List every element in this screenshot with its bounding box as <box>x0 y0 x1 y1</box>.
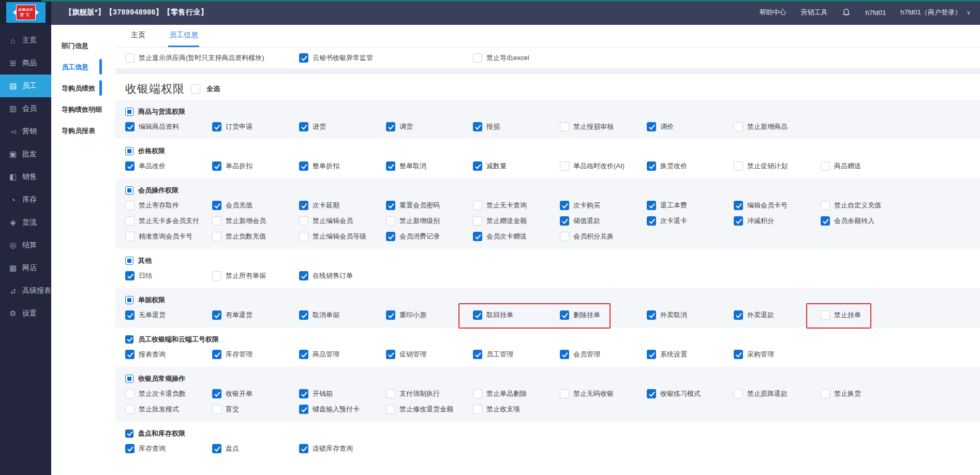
checkbox[interactable] <box>125 201 135 210</box>
permission-checkbox[interactable]: 键盘输入预付卡 <box>299 405 386 414</box>
checkbox[interactable] <box>386 389 395 398</box>
checkbox[interactable] <box>560 310 569 320</box>
checkbox[interactable] <box>734 310 743 320</box>
checkbox[interactable] <box>299 405 308 414</box>
checkbox[interactable] <box>125 161 135 171</box>
permission-checkbox[interactable]: 禁止新增级别 <box>386 216 473 226</box>
permission-checkbox[interactable]: 禁止新增商品 <box>734 122 821 131</box>
checkbox[interactable] <box>647 201 656 210</box>
permission-checkbox[interactable]: 单品改价 <box>125 161 212 171</box>
checkbox[interactable] <box>125 389 135 398</box>
checkbox[interactable] <box>473 389 482 398</box>
permission-checkbox[interactable]: 禁止批发模式 <box>125 405 212 414</box>
checkbox[interactable] <box>125 232 135 241</box>
checkbox[interactable] <box>125 122 135 131</box>
permission-checkbox[interactable]: 禁止挂单 <box>821 310 908 320</box>
sidebar-item-member[interactable]: ▥会员 <box>0 97 51 120</box>
checkbox[interactable] <box>473 122 482 131</box>
sidebar-item-goods[interactable]: ⊞商品 <box>0 52 51 75</box>
checkbox[interactable] <box>473 216 482 226</box>
permission-checkbox[interactable]: 有单退货 <box>212 310 299 320</box>
checkbox[interactable] <box>647 122 656 131</box>
permission-checkbox[interactable]: 连锁库存查询 <box>299 444 386 453</box>
checkbox[interactable] <box>647 389 656 398</box>
permission-checkbox[interactable]: 系统设置 <box>647 350 734 359</box>
permission-checkbox[interactable]: 禁止无卡查询 <box>473 201 560 210</box>
checkbox[interactable] <box>560 122 569 131</box>
checkbox[interactable] <box>212 161 221 171</box>
checkbox[interactable] <box>125 405 135 414</box>
marketing-tools-link[interactable]: 营销工具 <box>800 8 827 17</box>
account-menu[interactable]: h7fd01（商户登录） <box>900 8 961 17</box>
permission-checkbox[interactable]: 调货 <box>386 122 473 131</box>
checkbox[interactable] <box>125 310 135 320</box>
section-checkbox[interactable] <box>125 296 133 304</box>
checkbox[interactable] <box>386 201 395 210</box>
permission-checkbox[interactable]: 取回挂单 <box>473 310 560 320</box>
permission-checkbox[interactable]: 支付强制执行 <box>386 389 473 398</box>
checkbox[interactable] <box>299 232 308 241</box>
permission-checkbox[interactable]: 禁止编辑会员 <box>299 216 386 226</box>
checkbox[interactable] <box>212 310 221 320</box>
sidebar-item-settings-gear[interactable]: ⚙设置 <box>0 302 51 325</box>
permission-checkbox[interactable]: 促销管理 <box>386 350 473 359</box>
permission-checkbox[interactable]: 商品管理 <box>299 350 386 359</box>
permission-checkbox[interactable]: 取消单据 <box>299 310 386 320</box>
checkbox[interactable] <box>212 350 221 359</box>
checkbox[interactable] <box>386 232 395 241</box>
permission-checkbox[interactable]: 收银开单 <box>212 389 299 398</box>
section-checkbox[interactable] <box>125 108 133 116</box>
permission-checkbox[interactable]: 次卡退卡 <box>647 216 734 226</box>
permission-checkbox[interactable]: 商品赠送 <box>821 161 908 171</box>
permission-checkbox[interactable]: 会员管理 <box>560 350 647 359</box>
checkbox[interactable] <box>560 389 569 398</box>
checkbox[interactable] <box>299 122 308 131</box>
checkbox[interactable] <box>212 271 221 280</box>
permission-checkbox[interactable]: 禁止无码收银 <box>560 389 647 398</box>
permission-checkbox[interactable]: 订货申请 <box>212 122 299 131</box>
permission-checkbox[interactable]: 盘点 <box>212 444 299 453</box>
permission-checkbox[interactable]: 收银练习模式 <box>647 389 734 398</box>
checkbox[interactable] <box>386 122 395 131</box>
section-checkbox[interactable] <box>125 429 133 438</box>
section-checkbox[interactable] <box>125 335 133 344</box>
permission-checkbox[interactable]: 禁止负数充值 <box>212 232 299 241</box>
checkbox[interactable] <box>473 350 482 359</box>
permission-checkbox[interactable]: 储值退款 <box>560 216 647 226</box>
permission-checkbox[interactable]: 会员消费记录 <box>386 232 473 241</box>
permission-checkbox[interactable]: 禁止自定义充值 <box>821 201 908 210</box>
checkbox[interactable] <box>386 350 395 359</box>
permission-checkbox[interactable]: 编辑商品资料 <box>125 122 212 131</box>
permission-checkbox[interactable]: 冲减积分 <box>734 216 821 226</box>
permission-checkbox[interactable]: 禁止赠送金额 <box>473 216 560 226</box>
checkbox[interactable] <box>473 53 482 63</box>
checkbox[interactable] <box>125 350 135 359</box>
sidebar-item-marketing[interactable]: ◅营销 <box>0 120 51 143</box>
permission-checkbox[interactable]: 禁止编辑会员等级 <box>299 232 386 241</box>
permission-checkbox[interactable]: 禁止显示供应商(暂时只支持商品资料模块) <box>125 53 299 63</box>
checkbox[interactable] <box>212 232 221 241</box>
checkbox[interactable] <box>560 350 569 359</box>
sidebar-item-logistics[interactable]: ◈货流 <box>0 211 51 234</box>
checkbox[interactable] <box>821 216 830 226</box>
checkbox[interactable] <box>212 122 221 131</box>
tab-主页[interactable]: 主页 <box>130 31 146 47</box>
checkbox[interactable] <box>821 389 830 398</box>
checkbox[interactable] <box>473 405 482 414</box>
permission-checkbox[interactable]: 整单折扣 <box>299 161 386 171</box>
checkbox[interactable] <box>734 122 743 131</box>
checkbox[interactable] <box>386 161 395 171</box>
checkbox[interactable] <box>647 216 656 226</box>
sidebar-item-wholesale[interactable]: ▣批发 <box>0 143 51 166</box>
permission-checkbox[interactable]: 次卡延期 <box>299 201 386 210</box>
section-checkbox[interactable] <box>125 186 133 195</box>
permission-checkbox[interactable]: 会员次卡赠送 <box>473 232 560 241</box>
checkbox[interactable] <box>125 216 135 226</box>
checkbox[interactable] <box>734 389 743 398</box>
permission-checkbox[interactable]: 员工管理 <box>473 350 560 359</box>
section-checkbox[interactable] <box>125 257 133 265</box>
checkbox[interactable] <box>734 350 743 359</box>
sidebar-item-settlement[interactable]: ◎结算 <box>0 234 51 257</box>
select-all-checkbox[interactable] <box>191 84 200 94</box>
permission-checkbox[interactable]: 重印小票 <box>386 310 473 320</box>
